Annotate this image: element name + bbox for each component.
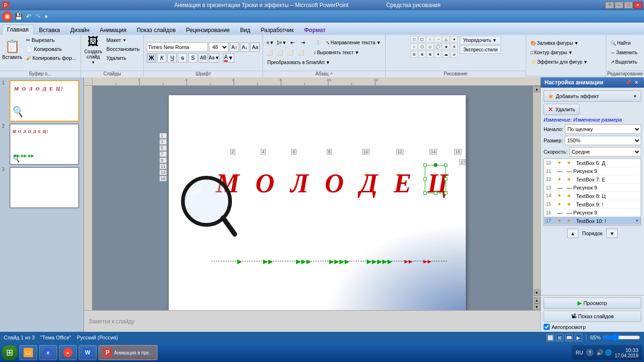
preview-btn[interactable]: ▶ Просмотр [544, 297, 641, 309]
bullets-btn[interactable]: ≡▼ [265, 38, 275, 47]
columns-btn[interactable]: ⋮ [313, 38, 322, 47]
close-btn[interactable]: ✕ [634, 2, 642, 8]
align-center-btn[interactable]: ⬜ [275, 48, 285, 57]
taskbar-explorer[interactable]: 🗂 [19, 345, 37, 360]
undo-btn[interactable]: ↶ [25, 12, 33, 21]
app-office-btn[interactable]: ⊞ [2, 11, 12, 22]
auto-preview-checkbox[interactable]: Автопросмотр [544, 324, 641, 330]
format-copy-btn[interactable]: 🖌 Копировать фор... [24, 54, 79, 62]
slideshow-view-btn[interactable]: ▶ [575, 334, 582, 341]
clear-format-btn[interactable]: Aa [250, 42, 260, 52]
shape-callout-btn[interactable]: 💬 [434, 43, 442, 50]
italic-btn[interactable]: К [157, 53, 166, 63]
tab-format[interactable]: Формат [299, 25, 331, 35]
shape-star-btn[interactable]: ★ [442, 43, 450, 50]
tab-design[interactable]: Дизайн [65, 25, 94, 35]
slide-thumb-2[interactable]: 2 М О Л О Д Е Ц! 🔍 ▶▶ ▶▶ ▶▶ [2, 123, 82, 165]
shape-contour-btn[interactable]: □ Контур фигуры ▼ [528, 48, 604, 57]
arrange-btn[interactable]: Упорядочить ▼ [460, 36, 501, 44]
shape-pentagon-btn[interactable]: ⬠ [418, 43, 426, 50]
tab-review[interactable]: Рецензирование [181, 25, 235, 35]
shape-rect-btn[interactable]: □ [410, 36, 418, 42]
anim-list-item[interactable]: 12✦★TextBox 7: Е [544, 175, 641, 184]
shape-rounded-btn[interactable]: ▢ [418, 36, 426, 42]
anim-list-item[interactable]: 11—— Рисунок 9 [544, 167, 641, 175]
cut-btn[interactable]: ✂ Вырезать [24, 36, 79, 44]
reading-view-btn[interactable]: 📖 [565, 334, 573, 341]
underline-btn[interactable]: Ч [167, 53, 177, 63]
slide-sorter-btn[interactable]: ⊞ [556, 334, 563, 341]
align-text-btn[interactable]: ↕ Выровнять текст ▼ [311, 48, 362, 57]
font-name-input[interactable] [147, 42, 208, 52]
strikethrough-btn[interactable]: s [178, 53, 187, 63]
anim-list-item[interactable]: 16—— Рисунок 9 [544, 209, 641, 217]
shape-misc2-btn[interactable]: ⊕ [418, 51, 426, 58]
remove-effect-btn[interactable]: ✕ Удалить [544, 104, 579, 115]
anim-list-item[interactable]: 14✦★TextBox 8: Ц [544, 192, 641, 200]
font-color-btn[interactable]: А▼ [223, 53, 234, 63]
shape-line-btn[interactable]: \ [426, 36, 434, 42]
paste-btn[interactable]: 📋 Вставить [2, 36, 23, 63]
shadow-btn[interactable]: S [188, 53, 198, 63]
shape-misc4-btn[interactable]: ✦ [434, 51, 442, 58]
select-btn[interactable]: ↗ Выделить [608, 58, 642, 66]
shape-fill-btn[interactable]: 🎨 Заливка фигуры ▼ [528, 39, 604, 47]
tab-slideshow[interactable]: Показ слайдов [132, 25, 181, 35]
size-select[interactable]: 150% [565, 136, 641, 145]
tab-developer[interactable]: Разработчик [256, 25, 299, 35]
notes-area[interactable]: Заметки к слайду [84, 310, 540, 332]
bold-btn[interactable]: Ж [147, 53, 156, 63]
minimize-btn[interactable]: – [615, 2, 623, 8]
anim-list-item[interactable]: 15✦★TextBox 9: ! [544, 200, 641, 209]
align-left-btn[interactable]: ⬜ [265, 48, 274, 57]
start-btn[interactable]: ⊞ [2, 345, 17, 360]
express-styles-btn[interactable]: Экспресс-стили [460, 45, 501, 54]
shape-diamond-btn[interactable]: ◇ [426, 43, 434, 50]
shape-misc5-btn[interactable]: ☁ [442, 51, 450, 58]
tab-view[interactable]: Вид [235, 25, 256, 35]
order-down-btn[interactable]: ▼ [606, 229, 618, 238]
help-btn[interactable]: ? [605, 2, 614, 8]
decrease-indent-btn[interactable]: ⇤ [288, 38, 297, 47]
replace-btn[interactable]: ↔ Заменить [608, 48, 642, 57]
shape-triangle-btn[interactable]: △ [442, 36, 450, 42]
redo-btn[interactable]: ↷ [34, 12, 41, 21]
shape-misc1-btn[interactable]: ⊘ [410, 51, 418, 58]
anim-list-item[interactable]: 10✦★TextBox 6: Д [544, 159, 641, 167]
new-slide-btn[interactable]: 🖼 Создать слайд ▼ [83, 36, 104, 63]
numbering-btn[interactable]: 1≡▼ [276, 38, 287, 47]
find-btn[interactable]: 🔍 Найти [608, 39, 642, 47]
shape-misc3-btn[interactable]: ⊗ [426, 51, 434, 58]
tray-help-btn[interactable]: ? [586, 349, 594, 356]
delete-slide-btn[interactable]: Удалить [105, 54, 141, 62]
font-size-select[interactable]: 48 [209, 42, 229, 52]
increase-indent-btn[interactable]: ⇥ [298, 38, 307, 47]
font-spacing-btn[interactable]: АВ [198, 53, 208, 63]
layout-btn[interactable]: Макет ▼ [105, 36, 141, 44]
anim-panel-pin-btn[interactable]: 📌 [624, 79, 632, 86]
restore-btn[interactable]: Восстановить [105, 45, 141, 53]
qa-customize-btn[interactable]: ▼ [43, 13, 50, 20]
maximize-btn[interactable]: □ [624, 2, 633, 8]
shape-more-btn[interactable]: ▼ [450, 36, 458, 42]
order-up-btn[interactable]: ▲ [567, 229, 578, 238]
text-direction-btn[interactable]: ⤡ Направление текста ▼ [323, 38, 383, 47]
anim-list-item[interactable]: 13—— Рисунок 9 [544, 184, 641, 192]
save-qa-btn[interactable]: 💾 [14, 12, 24, 21]
speed-select[interactable]: Средне [570, 147, 641, 156]
anim-list-item[interactable]: 17✦★TextBox 10: !▼ [544, 217, 641, 225]
shape-effects-btn[interactable]: ✨ Эффекты для фигур ▼ [528, 58, 604, 66]
vertical-scrollbar[interactable]: ▲ ▼ ▲ ▼ [533, 86, 540, 310]
font-case-btn[interactable]: Аа▼ [209, 53, 219, 63]
start-select[interactable]: По щелчку [565, 124, 641, 134]
add-effect-btn[interactable]: ★ Добавить эффект ▼ [544, 90, 641, 102]
copy-btn[interactable]: 📄 Копировать [24, 45, 79, 53]
shape-arrow-btn[interactable]: → [434, 36, 442, 42]
tab-animation[interactable]: Анимация [95, 25, 132, 35]
taskbar-media[interactable]: ● [59, 345, 77, 360]
slideshow-btn[interactable]: 📽 Показ слайдов [544, 311, 641, 322]
normal-view-btn[interactable]: ⬜ [546, 334, 554, 341]
zoom-slider[interactable] [603, 335, 640, 340]
tab-insert[interactable]: Вставка [34, 25, 66, 35]
shape-plus-btn[interactable]: ✳ [450, 43, 458, 50]
